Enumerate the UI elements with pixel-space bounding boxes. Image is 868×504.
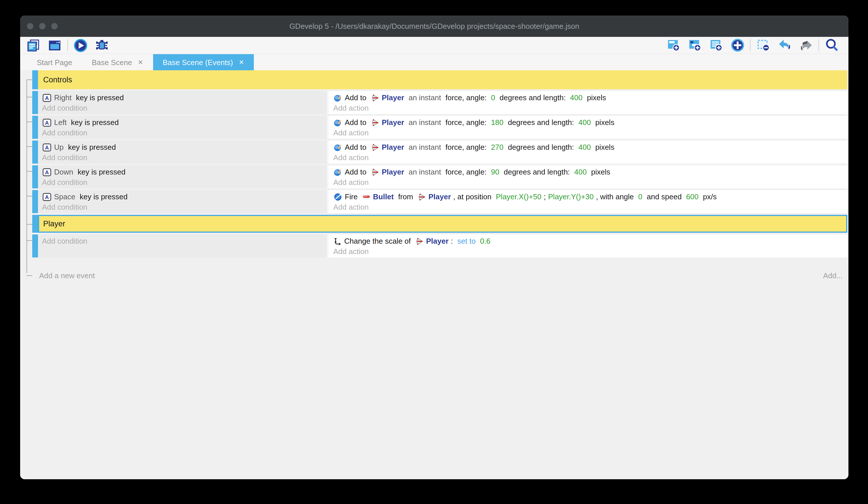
condition-text[interactable]: AUp key is pressed	[42, 142, 323, 153]
condition-text[interactable]: ASpace key is pressed	[42, 191, 323, 202]
instruction-text-part: Left	[54, 118, 66, 127]
action-cell[interactable]: Fire Bullet from Player, at position Pla…	[329, 190, 847, 213]
action-text[interactable]: Change the scale of Player: set to 0.6	[333, 235, 844, 246]
zoom-window-button[interactable]	[51, 23, 58, 29]
add-action-link[interactable]: Add action	[333, 246, 844, 256]
condition-text[interactable]: ADown key is pressed	[42, 167, 323, 178]
player-ship-icon	[371, 143, 379, 151]
toolbar-divider	[750, 39, 751, 51]
instruction-text-part: Space	[54, 192, 75, 201]
instruction-text-part: Add to	[345, 118, 368, 127]
add-subevent-icon[interactable]	[687, 38, 702, 53]
add-event-icon[interactable]	[666, 38, 681, 53]
instruction-text-part: Player.X()+50	[496, 192, 541, 201]
action-cell[interactable]: Change the scale of Player: set to 0.6Ad…	[329, 234, 847, 258]
close-window-button[interactable]	[27, 23, 33, 29]
condition-text[interactable]: ALeft key is pressed	[42, 117, 323, 128]
instruction-text-part: px/s	[701, 192, 717, 201]
instruction-text-part: key is pressed	[66, 143, 116, 151]
group-header-player[interactable]: Player	[32, 215, 847, 233]
tab-start-page[interactable]: Start Page	[27, 54, 82, 70]
search-icon[interactable]	[824, 38, 839, 53]
condition-cell[interactable]: ARight key is pressedAdd condition	[38, 91, 329, 114]
action-cell[interactable]: Add to Player an instant force, angle: 0…	[329, 91, 847, 114]
tab-label: Base Scene (Events)	[163, 58, 233, 67]
debug-icon[interactable]	[94, 38, 110, 53]
event-row: ADown key is pressedAdd conditionAdd to …	[32, 165, 847, 188]
event-row: AUp key is pressedAdd conditionAdd to Pl…	[32, 141, 847, 164]
action-text[interactable]: Add to Player an instant force, angle: 1…	[333, 117, 844, 128]
instruction-text-part: pixels	[593, 143, 614, 151]
redo-icon[interactable]	[798, 38, 813, 53]
instruction-text-part: from	[396, 192, 415, 201]
play-preview-icon[interactable]	[73, 38, 88, 53]
keyboard-key-icon: A	[43, 94, 51, 102]
add-action-link[interactable]: Add action	[333, 178, 844, 187]
delete-selection-icon[interactable]	[756, 38, 771, 53]
add-new-event-link[interactable]: Add a new event	[39, 271, 95, 280]
project-manager-icon[interactable]	[26, 38, 41, 53]
action-cell[interactable]: Add to Player an instant force, angle: 1…	[329, 116, 847, 139]
tab-base-scene[interactable]: Base Scene ✕	[82, 54, 153, 70]
instruction-text-part: degrees and length:	[506, 143, 576, 151]
instruction-text-part: degrees and length:	[498, 93, 568, 102]
condition-cell[interactable]: ASpace key is pressedAdd condition	[38, 190, 329, 213]
titlebar: GDevelop 5 - /Users/dkarakay/Documents/G…	[20, 16, 848, 37]
condition-cell[interactable]: AUp key is pressedAdd condition	[38, 141, 329, 164]
gdevelop-window: GDevelop 5 - /Users/dkarakay/Documents/G…	[20, 16, 848, 479]
screen: GDevelop 5 - /Users/dkarakay/Documents/G…	[0, 0, 868, 504]
svg-text:A: A	[45, 169, 49, 175]
instruction-text-part: Right	[54, 93, 72, 102]
instruction-text-part: 180	[491, 118, 503, 127]
action-text[interactable]: Add to Player an instant force, angle: 2…	[333, 142, 844, 153]
add-action-link[interactable]: Add action	[333, 153, 844, 162]
instruction-text-part: Up	[54, 143, 64, 151]
event-row: ARight key is pressedAdd conditionAdd to…	[32, 91, 847, 114]
add-condition-link[interactable]: Add condition	[42, 178, 323, 187]
add-condition-link[interactable]: Add condition	[42, 128, 323, 138]
instruction-text-part: set to	[457, 237, 476, 245]
undo-icon[interactable]	[777, 38, 792, 53]
add-action-link[interactable]: Add action	[333, 128, 844, 138]
tab-base-scene-events[interactable]: Base Scene (Events) ✕	[153, 54, 254, 70]
svg-text:A: A	[45, 120, 49, 125]
instruction-text-part: an instant	[407, 143, 441, 151]
add-condition-link[interactable]: Add condition	[42, 103, 323, 113]
add-action-link[interactable]: Add action	[333, 103, 844, 113]
close-icon[interactable]: ✕	[239, 59, 244, 65]
group-header-controls[interactable]: Controls	[32, 70, 847, 89]
scale-icon	[334, 237, 341, 245]
instruction-text-part: degrees and length:	[502, 168, 572, 176]
close-icon[interactable]: ✕	[138, 59, 143, 65]
add-action-link[interactable]: Add action	[333, 202, 844, 212]
condition-cell[interactable]: Add condition	[38, 234, 329, 258]
add-more-link[interactable]: Add...	[823, 271, 843, 280]
instruction-text-part: Add to	[345, 93, 368, 102]
action-cell[interactable]: Add to Player an instant force, angle: 2…	[329, 141, 847, 164]
add-condition-link[interactable]: Add condition	[42, 235, 323, 246]
event-row: ALeft key is pressedAdd conditionAdd to …	[32, 116, 847, 139]
minimize-window-button[interactable]	[39, 23, 45, 29]
instruction-text-part: 0	[638, 192, 642, 201]
scene-editor-icon[interactable]	[47, 38, 62, 53]
toolbar-divider	[818, 39, 819, 51]
instruction-text-part: key is pressed	[76, 168, 125, 176]
traffic-lights	[27, 16, 58, 37]
action-cell[interactable]: Add to Player an instant force, angle: 9…	[329, 165, 847, 188]
player-ship-icon	[371, 168, 379, 176]
instruction-text-part: Player	[382, 118, 404, 127]
instruction-text-part: , at position	[453, 192, 494, 201]
add-comment-icon[interactable]	[709, 38, 724, 53]
instruction-text-part: Bullet	[373, 192, 394, 201]
condition-text[interactable]: ARight key is pressed	[42, 92, 323, 103]
add-condition-link[interactable]: Add condition	[42, 153, 323, 162]
add-condition-link[interactable]: Add condition	[42, 202, 323, 212]
action-text[interactable]: Add to Player an instant force, angle: 0…	[333, 92, 844, 103]
add-something-icon[interactable]	[730, 38, 745, 53]
instruction-text-part: 400	[574, 168, 587, 176]
condition-cell[interactable]: ALeft key is pressedAdd condition	[38, 116, 329, 139]
action-text[interactable]: Add to Player an instant force, angle: 9…	[333, 167, 844, 178]
action-text[interactable]: Fire Bullet from Player, at position Pla…	[333, 191, 844, 202]
instruction-text-part: key is pressed	[74, 93, 124, 102]
condition-cell[interactable]: ADown key is pressedAdd condition	[38, 165, 329, 188]
